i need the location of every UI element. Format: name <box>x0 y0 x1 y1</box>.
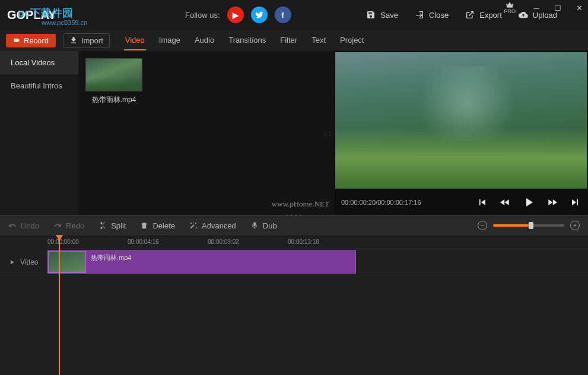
watermark-overlay-text: pc下载件园 <box>18 6 73 20</box>
tab-transitions[interactable]: Transitions <box>227 31 267 50</box>
zoom-thumb[interactable] <box>529 222 533 229</box>
titlebar: GOPLAY pc下载件园 www.pc0359.cn Follow us: ▶… <box>0 0 588 30</box>
close-out-icon <box>415 10 424 20</box>
close-button[interactable]: Close <box>415 10 449 20</box>
export-button[interactable]: Export <box>465 10 502 20</box>
ruler-mark: 00:00:09:02 <box>208 239 239 245</box>
wand-icon <box>189 221 198 230</box>
follow-us-area: Follow us: ▶ f <box>185 7 291 23</box>
delete-button[interactable]: Delete <box>140 221 175 230</box>
preview-controls: 00:00:00:20/00:00:00:17:16 <box>334 190 588 215</box>
media-thumbnail <box>85 58 142 91</box>
crown-icon <box>506 1 514 8</box>
tab-project[interactable]: Project <box>339 31 365 50</box>
ruler-mark: 00:00:04:16 <box>128 239 159 245</box>
library-sidebar: Local Videos Beautiful Intros <box>0 51 78 215</box>
twitter-icon[interactable] <box>251 7 268 23</box>
undo-button[interactable]: Undo <box>8 221 39 230</box>
prev-frame-button[interactable] <box>499 196 511 208</box>
trash-icon <box>140 221 148 230</box>
zoom-slider[interactable] <box>493 224 564 227</box>
pro-badge[interactable]: PRO <box>504 1 516 14</box>
zoom-controls: − + <box>478 221 580 230</box>
clip-label: 热带雨林.mp4 <box>86 251 355 273</box>
redo-icon <box>53 221 62 230</box>
clip-thumbnail <box>48 251 86 273</box>
media-clip-name: 热带雨林.mp4 <box>85 95 142 105</box>
dub-button[interactable]: Dub <box>250 221 277 230</box>
timeline: 00:00:00:00 00:00:04:16 00:00:09:02 00:0… <box>0 236 588 375</box>
playhead[interactable] <box>59 236 60 375</box>
main-toolbar: Record Import Video Image Audio Transiti… <box>0 30 588 51</box>
zoom-fill <box>493 224 529 227</box>
watermark-text: www.pHome.NET <box>272 199 329 209</box>
tab-video[interactable]: Video <box>124 31 146 50</box>
facebook-icon[interactable]: f <box>275 7 291 23</box>
record-label: Record <box>24 36 49 45</box>
import-label: Import <box>81 36 103 45</box>
tab-audio[interactable]: Audio <box>193 31 215 50</box>
window-close-button[interactable]: ✕ <box>574 2 584 13</box>
zoom-in-button[interactable]: + <box>570 221 580 230</box>
video-track: Video 热带雨林.mp4 <box>0 249 588 275</box>
import-button[interactable]: Import <box>63 33 110 48</box>
minimize-button[interactable]: ─ <box>531 2 542 13</box>
ruler-mark: 00:00:00:00 <box>47 239 79 245</box>
mid-area: Local Videos Beautiful Intros 热带雨林.mp4 ⋮… <box>0 51 588 215</box>
media-library: 热带雨林.mp4 ⋮⋮ www.pHome.NET <box>78 51 334 215</box>
timeline-clip[interactable]: 热带雨林.mp4 <box>47 250 356 274</box>
split-button[interactable]: Split <box>98 221 126 230</box>
preview-panel: 00:00:00:20/00:00:00:17:16 <box>334 51 588 215</box>
media-tabs: Video Image Audio Transitions Filter Tex… <box>124 31 365 50</box>
scissors-icon <box>98 221 107 230</box>
play-button[interactable] <box>522 195 536 209</box>
ruler-mark: 00:00:13:18 <box>288 239 319 245</box>
preview-screen[interactable] <box>335 52 587 189</box>
sidebar-item-beautiful-intros[interactable]: Beautiful Intros <box>0 74 78 97</box>
next-frame-button[interactable] <box>546 196 558 208</box>
follow-label: Follow us: <box>185 11 220 20</box>
save-icon <box>366 10 376 20</box>
sidebar-item-local-videos[interactable]: Local Videos <box>0 51 78 74</box>
advanced-button[interactable]: Advanced <box>189 221 236 230</box>
export-icon <box>465 10 475 20</box>
edit-toolbar: • • • • Undo Redo Split Delete Advanced … <box>0 215 588 236</box>
record-button[interactable]: Record <box>6 34 56 47</box>
mic-icon <box>250 221 259 230</box>
tab-filter[interactable]: Filter <box>279 31 298 50</box>
skip-end-button[interactable] <box>569 196 581 208</box>
save-label: Save <box>380 11 398 20</box>
import-icon <box>69 36 78 45</box>
watermark-overlay-url: www.pc0359.cn <box>42 19 87 26</box>
track-lane[interactable]: 热带雨林.mp4 <box>47 249 588 275</box>
undo-icon <box>8 221 17 230</box>
panel-grip-icon[interactable]: • • • • <box>286 212 302 218</box>
tab-text[interactable]: Text <box>310 31 327 50</box>
maximize-button[interactable]: ☐ <box>552 2 563 13</box>
close-label: Close <box>429 11 449 20</box>
media-clip[interactable]: 热带雨林.mp4 <box>85 58 142 105</box>
zoom-out-button[interactable]: − <box>478 221 487 230</box>
timeline-ruler[interactable]: 00:00:00:00 00:00:04:16 00:00:09:02 00:0… <box>47 236 588 249</box>
youtube-icon[interactable]: ▶ <box>227 7 244 23</box>
panel-resize-handle[interactable]: ⋮⋮ <box>322 130 332 136</box>
track-header: Video <box>0 258 47 266</box>
record-icon <box>13 37 20 44</box>
play-small-icon <box>8 259 15 266</box>
redo-button[interactable]: Redo <box>53 221 84 230</box>
export-label: Export <box>479 11 502 20</box>
skip-start-button[interactable] <box>476 196 488 208</box>
window-controls: PRO ─ ☐ ✕ <box>504 1 584 14</box>
time-display: 00:00:00:20/00:00:00:17:16 <box>341 199 421 206</box>
tab-image[interactable]: Image <box>158 31 182 50</box>
save-button[interactable]: Save <box>366 10 398 20</box>
